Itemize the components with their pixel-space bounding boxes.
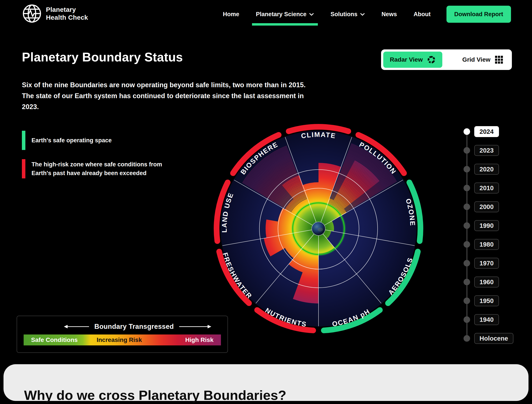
timeline-year-1980[interactable]: 1980 bbox=[474, 239, 499, 250]
timeline-dot-2020[interactable] bbox=[463, 166, 470, 172]
key-row-1: The high-risk zone where safe conditions… bbox=[22, 159, 175, 178]
radar-chart: CLIMATEPOLLUTIONOZONEAEROSOLSOCEAN pHNUT… bbox=[211, 121, 427, 337]
page-title: Planetary Boundary Status bbox=[22, 50, 183, 64]
intro-text: Six of the nine Boundaries are now opera… bbox=[22, 80, 316, 112]
risk-zone-label-right: High Risk bbox=[185, 335, 213, 345]
risk-zone-label-middle: Increasing Risk bbox=[97, 335, 142, 345]
timeline-year-1960[interactable]: 1960 bbox=[474, 277, 499, 287]
nav-item-label: Planetary Science bbox=[256, 11, 307, 18]
key-row-0: Earth's safe operating space bbox=[22, 131, 175, 150]
view-toggle: Radar View Grid View bbox=[381, 49, 512, 70]
page: Planetary Health Check HomePlanetary Sci… bbox=[0, 0, 532, 404]
key-color-bar bbox=[22, 131, 25, 150]
risk-legend: Boundary Transgressed Safe ConditionsInc… bbox=[17, 316, 228, 353]
key-text: The high-risk zone where safe conditions… bbox=[32, 159, 167, 178]
arrow-left-icon bbox=[64, 325, 90, 328]
nav-item-planetary-science[interactable]: Planetary Science bbox=[252, 0, 318, 28]
timeline-year-1990[interactable]: 1990 bbox=[474, 220, 499, 231]
nav-item-about[interactable]: About bbox=[410, 0, 435, 28]
timeline-year-2020[interactable]: 2020 bbox=[474, 164, 499, 175]
radar-view-icon bbox=[427, 55, 436, 64]
status-arc-climate bbox=[289, 127, 348, 131]
timeline-year-1970[interactable]: 1970 bbox=[474, 258, 499, 269]
risk-zone-label-left: Safe Conditions bbox=[31, 335, 78, 345]
next-section-card: Why do we cross Planetary Boundaries? bbox=[4, 364, 528, 401]
logo[interactable]: Planetary Health Check bbox=[22, 4, 88, 24]
globe-heartbeat-icon bbox=[22, 4, 42, 24]
key-color-bar bbox=[22, 159, 25, 178]
timeline-year-1940[interactable]: 1940 bbox=[474, 314, 499, 325]
nav-item-label: Home bbox=[223, 11, 239, 18]
chevron-down-icon bbox=[360, 13, 365, 16]
timeline-year-2000[interactable]: 2000 bbox=[474, 201, 499, 212]
next-section-heading: Why do we cross Planetary Boundaries? bbox=[24, 387, 286, 403]
timeline-dot-Holocene[interactable] bbox=[463, 335, 470, 342]
radar-chart-svg[interactable]: CLIMATEPOLLUTIONOZONEAEROSOLSOCEAN pHNUT… bbox=[211, 121, 427, 337]
timeline-dot-2024[interactable] bbox=[463, 128, 470, 135]
chevron-down-icon bbox=[309, 13, 314, 16]
radar-view-button[interactable]: Radar View bbox=[383, 52, 442, 68]
nav-item-home[interactable]: Home bbox=[219, 0, 243, 28]
nav-item-label: About bbox=[414, 11, 431, 18]
grid-view-label: Grid View bbox=[462, 56, 490, 63]
timeline-dot-1940[interactable] bbox=[463, 316, 470, 323]
timeline-year-2024[interactable]: 2024 bbox=[474, 126, 499, 137]
risk-legend-title: Boundary Transgressed bbox=[94, 323, 174, 331]
timeline-dot-1970[interactable] bbox=[463, 260, 470, 266]
risk-gradient-bar: Safe ConditionsIncreasing RiskHigh Risk bbox=[24, 335, 221, 345]
risk-legend-title-row: Boundary Transgressed bbox=[39, 321, 236, 332]
timeline-dot-1990[interactable] bbox=[463, 222, 470, 229]
timeline-year-1950[interactable]: 1950 bbox=[474, 295, 499, 306]
radar-view-label: Radar View bbox=[390, 56, 423, 63]
timeline-line bbox=[466, 132, 468, 338]
download-report-button[interactable]: Download Report bbox=[447, 6, 511, 23]
year-timeline: 2024202320202010200019901980197019601950… bbox=[461, 121, 532, 353]
arrow-right-icon bbox=[179, 325, 212, 328]
nav-item-news[interactable]: News bbox=[378, 0, 401, 28]
earth-continent bbox=[314, 226, 318, 228]
nav-item-label: Solutions bbox=[331, 11, 358, 18]
earth-continent bbox=[318, 227, 323, 232]
key-text: Earth's safe operating space bbox=[32, 131, 112, 150]
nav-item-solutions[interactable]: Solutions bbox=[327, 0, 369, 28]
grid-view-button[interactable]: Grid View bbox=[456, 56, 510, 64]
brand-name: Planetary Health Check bbox=[46, 6, 88, 21]
timeline-year-2010[interactable]: 2010 bbox=[474, 183, 499, 194]
nav-menu: HomePlanetary ScienceSolutionsNewsAboutD… bbox=[219, 0, 511, 28]
timeline-dot-1960[interactable] bbox=[463, 279, 470, 285]
nav-item-label: News bbox=[382, 11, 397, 18]
timeline-dot-1980[interactable] bbox=[463, 241, 470, 248]
header: Planetary Health Check HomePlanetary Sci… bbox=[0, 0, 532, 28]
timeline-year-Holocene[interactable]: Holocene bbox=[474, 333, 513, 344]
timeline-dot-2010[interactable] bbox=[463, 185, 470, 191]
timeline-dot-2000[interactable] bbox=[463, 203, 470, 210]
timeline-dot-1950[interactable] bbox=[463, 297, 470, 304]
timeline-dot-2023[interactable] bbox=[463, 147, 470, 154]
timeline-year-2023[interactable]: 2023 bbox=[474, 145, 499, 156]
nav-active-underline bbox=[252, 23, 318, 25]
grid-view-icon bbox=[495, 56, 503, 64]
chart-key: Earth's safe operating spaceThe high-ris… bbox=[22, 131, 175, 178]
